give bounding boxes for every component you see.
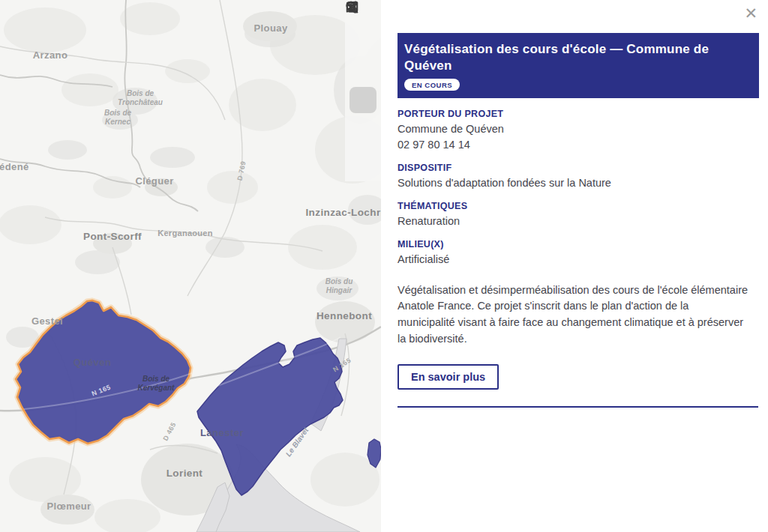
field-value-phone: 02 97 80 14 14 bbox=[398, 137, 768, 153]
field-value: Solutions d'adaptation fondées sur la Na… bbox=[398, 175, 768, 191]
field-milieux: MILIEU(X) Artificialisé bbox=[398, 239, 768, 267]
map-layers bbox=[0, 0, 381, 532]
share-button[interactable] bbox=[352, 116, 374, 136]
map-toolbar bbox=[345, 0, 381, 181]
app-window: Plouay Arzano Bois de Tronchâteau Bois d… bbox=[0, 0, 768, 532]
field-value: Commune de Quéven bbox=[398, 121, 768, 137]
field-label: THÉMATIQUES bbox=[398, 201, 768, 211]
field-value: Renaturation bbox=[398, 214, 768, 229]
project-header: Végétalisation des cours d'école — Commu… bbox=[398, 33, 759, 98]
more-info-button[interactable]: En savoir plus bbox=[398, 364, 499, 390]
print-button[interactable] bbox=[352, 161, 374, 181]
panel-divider bbox=[398, 406, 758, 408]
print-icon bbox=[345, 0, 359, 14]
filter-button[interactable] bbox=[350, 87, 376, 113]
field-label: PORTEUR DU PROJET bbox=[398, 109, 768, 119]
field-label: DISPOSITIF bbox=[398, 163, 768, 173]
field-value: Artificialisé bbox=[398, 252, 768, 267]
map-overview-button[interactable] bbox=[352, 28, 374, 48]
export-image-button[interactable] bbox=[352, 139, 374, 158]
map-canvas[interactable]: Plouay Arzano Bois de Tronchâteau Bois d… bbox=[0, 0, 381, 532]
close-panel-button[interactable]: ✕ bbox=[741, 3, 760, 25]
field-thematiques: THÉMATIQUES Renaturation bbox=[398, 201, 768, 229]
project-title: Végétalisation des cours d'école — Commu… bbox=[404, 41, 748, 74]
queven-polygon bbox=[16, 300, 190, 444]
project-description: Végétalisation et désimperméabilisation … bbox=[398, 282, 748, 348]
zoom-out-button[interactable] bbox=[352, 50, 374, 70]
field-porteur: PORTEUR DU PROJET Commune de Quéven 02 9… bbox=[398, 109, 768, 153]
project-fields: PORTEUR DU PROJET Commune de Quéven 02 9… bbox=[398, 109, 768, 267]
commune-queven-selected[interactable] bbox=[16, 300, 190, 444]
field-dispositif: DISPOSITIF Solutions d'adaptation fondée… bbox=[398, 163, 768, 191]
field-label: MILIEU(X) bbox=[398, 239, 768, 250]
project-detail-panel: ✕ Végétalisation des cours d'école — Com… bbox=[381, 0, 768, 532]
status-badge: EN COURS bbox=[404, 79, 460, 91]
